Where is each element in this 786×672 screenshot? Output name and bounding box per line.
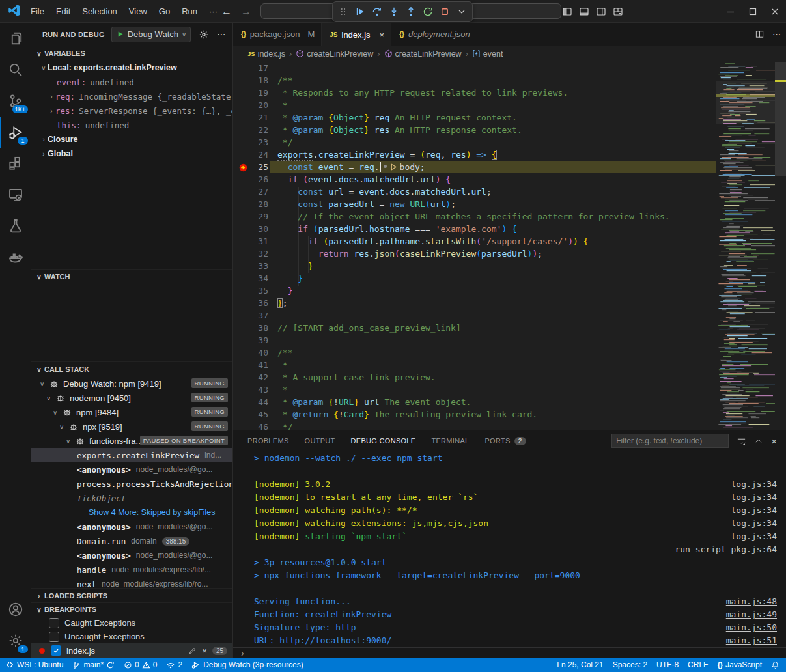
line-number[interactable]: 33 [233, 260, 268, 272]
tab-index-js[interactable]: JSindex.js× [322, 23, 391, 46]
close-panel-icon[interactable]: × [771, 436, 777, 447]
line-number[interactable]: 42 [233, 371, 268, 384]
source-link[interactable]: main.js:48 [726, 595, 777, 608]
minimap[interactable] [716, 62, 775, 430]
maximize-button[interactable] [742, 0, 764, 23]
show-more-link[interactable]: Show 4 More: Skipped by skipFiles [31, 505, 232, 520]
edit-breakpoint-icon[interactable] [188, 647, 197, 655]
tab-package-json[interactable]: {}package.jsonM [233, 23, 322, 46]
status-item-cursor-position[interactable]: Ln 25, Col 21 [557, 660, 603, 669]
line-number[interactable]: 31 [233, 235, 268, 247]
line-number[interactable]: 18 [233, 74, 268, 87]
line-number[interactable]: 24 [233, 148, 268, 161]
drag-handle-button[interactable] [335, 4, 351, 20]
breakpoint-toggle-caught[interactable]: Caught Exceptions [31, 616, 232, 630]
line-number[interactable]: 23 [233, 136, 268, 148]
line-number[interactable]: 46 [233, 421, 268, 430]
stack-frame[interactable]: TickObject [31, 491, 232, 505]
line-number[interactable]: 32 [233, 247, 268, 260]
more-actions-icon[interactable]: ⋯ [217, 29, 226, 39]
layout-sidebar-right-icon[interactable] [596, 7, 606, 17]
activity-item-remote-explorer[interactable] [0, 179, 31, 210]
status-item-encoding[interactable]: UTF-8 [656, 660, 679, 669]
filter-icon[interactable] [737, 436, 746, 446]
collapse-panel-icon[interactable] [754, 436, 763, 445]
status-item-remote-indicator[interactable]: WSL: Ubuntu [5, 660, 63, 669]
line-number[interactable]: 17 [233, 62, 268, 74]
stack-frame[interactable]: <anonymous>node_modules/@go... [31, 548, 232, 563]
activity-item-source-control[interactable]: 1K+ [0, 85, 31, 117]
activity-item-docker[interactable] [0, 242, 31, 273]
panel-tab-problems[interactable]: PROBLEMS [247, 430, 289, 451]
debug-console-input[interactable]: › [233, 647, 786, 658]
stop-button[interactable] [437, 4, 453, 20]
breakpoint-checkbox[interactable] [51, 645, 61, 656]
call-stack-session[interactable]: ∨npx [9519]RUNNING [31, 419, 232, 434]
variable-item[interactable]: ›res:ServerResponse {_events: {…}, _e… [31, 104, 232, 118]
line-number[interactable]: 27 [233, 186, 268, 198]
panel-tab-debug-console[interactable]: DEBUG CONSOLE [351, 430, 416, 451]
status-item-eol[interactable]: CRLF [688, 660, 708, 669]
stack-frame[interactable]: process.processTicksAndRejections [31, 477, 232, 491]
source-link[interactable]: main.js:50 [726, 621, 777, 634]
call-stack-session[interactable]: ∨nodemon [9450]RUNNING [31, 391, 232, 405]
activity-item-search[interactable] [0, 54, 31, 85]
line-number[interactable]: 41 [233, 359, 268, 371]
menu-item-selection[interactable]: Selection [76, 4, 122, 19]
line-number[interactable]: 43 [233, 384, 268, 396]
continue-button[interactable] [352, 4, 368, 20]
breakpoint-toggle-uncaught[interactable]: Uncaught Exceptions [31, 630, 232, 643]
breadcrumb-item-createlinkpreview[interactable]: createLinkPreview [384, 49, 462, 59]
source-link[interactable]: run-script-pkg.js:64 [675, 543, 777, 556]
stack-frame[interactable]: Domain.rundomain388:15 [31, 534, 232, 548]
more-actions-icon[interactable]: ⋯ [772, 29, 781, 39]
remove-breakpoint-icon[interactable]: × [202, 646, 207, 656]
line-number[interactable]: 35 [233, 285, 268, 297]
stack-frame[interactable]: <anonymous>node_modules/@go... [31, 462, 232, 477]
activity-item-accounts[interactable] [0, 594, 31, 625]
source-link[interactable]: log.js:34 [731, 478, 777, 491]
line-number[interactable]: 25 [233, 161, 268, 173]
activity-item-run-and-debug[interactable]: 1 [0, 117, 31, 148]
status-item-debug-session[interactable]: Debug Watch (3p-resources) [191, 660, 303, 669]
line-number[interactable]: 21 [233, 111, 268, 124]
source-link[interactable]: main.js:49 [726, 608, 777, 621]
source-link[interactable]: log.js:34 [731, 530, 777, 543]
variables-scope[interactable]: ›Closure [31, 132, 232, 147]
activity-item-extensions[interactable] [0, 148, 31, 179]
forward-arrow-icon[interactable]: → [241, 6, 251, 18]
breadcrumb-item-event[interactable]: event [472, 49, 503, 59]
call-stack-session[interactable]: ∨functions-fra...PAUSED ON BREAKPOINT [31, 434, 232, 448]
line-number[interactable]: 19 [233, 87, 268, 99]
line-number[interactable]: 26 [233, 173, 268, 186]
menu-item-file[interactable]: File [25, 4, 50, 19]
status-item-notifications[interactable] [771, 661, 779, 669]
checkbox-unchecked[interactable] [49, 632, 59, 642]
stack-frame[interactable]: exports.createLinkPreviewind... [31, 448, 232, 462]
panel-tab-ports[interactable]: PORTS2 [484, 430, 526, 451]
start-debug-icon[interactable] [116, 30, 124, 38]
line-number[interactable]: 22 [233, 124, 268, 136]
source-link[interactable]: log.js:34 [731, 517, 777, 530]
step-over-button[interactable] [369, 4, 385, 20]
menu-item-edit[interactable]: Edit [50, 4, 76, 19]
call-stack-session[interactable]: ∨Debug Watch: npm [9419]RUNNING [31, 376, 232, 391]
close-button[interactable] [764, 0, 786, 23]
line-number[interactable]: 40 [233, 346, 268, 359]
code-editor[interactable]: 1718/**19 * Responds to any HTTP request… [233, 62, 786, 430]
line-number[interactable]: 30 [233, 223, 268, 235]
status-item-problems[interactable]: 00 [124, 660, 157, 669]
source-link[interactable]: log.js:34 [731, 504, 777, 517]
loaded-scripts-header[interactable]: › LOADED SCRIPTS [31, 588, 232, 602]
stack-frame[interactable]: nextnode_modules/express/lib/ro... [31, 577, 232, 588]
menu-item-run[interactable]: Run [176, 4, 203, 19]
step-out-button[interactable] [403, 4, 419, 20]
panel-tab-terminal[interactable]: TERMINAL [431, 430, 469, 451]
breakpoints-header[interactable]: ∨ BREAKPOINTS [31, 602, 232, 616]
menu-item-view[interactable]: View [123, 4, 153, 19]
breadcrumb-item-index.js[interactable]: JSindex.js [247, 49, 285, 59]
watch-header[interactable]: ∨ WATCH [31, 269, 232, 284]
variable-item[interactable]: ›req:IncomingMessage {_readableState:… [31, 89, 232, 104]
source-link[interactable]: main.js:51 [726, 634, 777, 647]
variable-item[interactable]: this:undefined [31, 118, 232, 132]
